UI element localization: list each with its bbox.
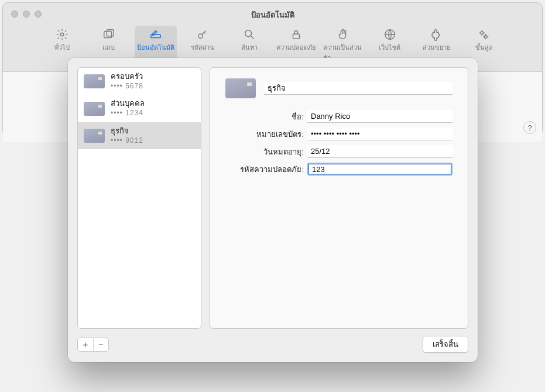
tab-label: ขั้นสูง (475, 42, 492, 53)
puzzle-icon (430, 28, 443, 41)
card-icon (84, 129, 105, 143)
cardholder-name-label: ชื่อ: (225, 111, 307, 123)
help-button[interactable]: ? (523, 121, 536, 134)
card-name-label: ครอบครัว (111, 72, 143, 82)
expiry-label: วันหมดอายุ: (225, 146, 307, 158)
svg-point-5 (245, 30, 251, 37)
zoom-window-button[interactable] (35, 11, 42, 18)
tab-label: ป้อนอัตโนมัติ (137, 42, 174, 53)
hand-icon (337, 28, 349, 41)
tab-label: ส่วนขยาย (423, 42, 450, 53)
add-remove-control: + − (77, 338, 109, 352)
card-detail-panel: ชื่อ: หมายเลขบัตร: วันหมดอายุ: รหัสความป… (210, 67, 468, 329)
svg-point-8 (480, 32, 483, 35)
card-last4-label: •••• 1234 (111, 109, 145, 118)
window-title: ป้อนอัตโนมัติ (3, 3, 542, 21)
card-name-label: ส่วนบุคคล (111, 99, 145, 109)
card-description-input[interactable] (264, 82, 453, 95)
card-last4-label: •••• 9012 (111, 136, 143, 146)
tabs-icon (102, 28, 115, 41)
svg-point-9 (484, 35, 487, 38)
lock-icon (290, 28, 303, 41)
security-code-input[interactable] (307, 163, 453, 176)
svg-rect-2 (107, 30, 114, 36)
card-icon (84, 102, 105, 116)
tab-label: ความปลอดภัย (276, 42, 316, 53)
search-icon (243, 28, 256, 41)
tab-label: แถบ (102, 42, 115, 53)
expiry-input[interactable] (307, 145, 453, 158)
card-name-label: ธุรกิจ (111, 126, 143, 136)
cardholder-name-input[interactable] (307, 110, 453, 123)
card-icon-large (225, 78, 256, 98)
svg-point-0 (60, 33, 64, 36)
tab-label: เว็บไซต์ (379, 42, 400, 53)
add-card-button[interactable]: + (78, 338, 93, 351)
tab-label: รหัสผ่าน (191, 42, 214, 53)
gears-icon (477, 28, 490, 41)
remove-card-button[interactable]: − (93, 338, 108, 351)
pencil-field-icon (149, 28, 162, 41)
key-icon (196, 28, 209, 41)
done-button[interactable]: เสร็จสิ้น (423, 336, 468, 353)
traffic-lights (11, 11, 42, 18)
gear-icon (56, 28, 68, 41)
card-icon (84, 74, 105, 88)
security-code-label: รหัสความปลอดภัย: (225, 163, 307, 176)
card-list-item[interactable]: ครอบครัว •••• 5678 (78, 68, 201, 95)
svg-point-4 (198, 34, 202, 38)
globe-icon (383, 28, 396, 41)
card-list-item-selected[interactable]: ธุรกิจ •••• 9012 (78, 122, 201, 149)
card-number-input[interactable] (307, 128, 453, 140)
minimize-window-button[interactable] (23, 11, 30, 18)
close-window-button[interactable] (11, 11, 18, 18)
svg-rect-1 (104, 32, 111, 38)
svg-rect-6 (293, 34, 299, 39)
card-number-label: หมายเลขบัตร: (225, 128, 307, 140)
card-list[interactable]: ครอบครัว •••• 5678 ส่วนบุคคล •••• 1234 ธ… (77, 67, 201, 329)
card-last4-label: •••• 5678 (111, 82, 143, 91)
card-list-item[interactable]: ส่วนบุคคล •••• 1234 (78, 95, 201, 122)
tab-label: ทั่วไป (54, 42, 70, 53)
tab-label: ค้นหา (241, 42, 258, 53)
credit-cards-sheet: ครอบครัว •••• 5678 ส่วนบุคคล •••• 1234 ธ… (68, 58, 478, 362)
